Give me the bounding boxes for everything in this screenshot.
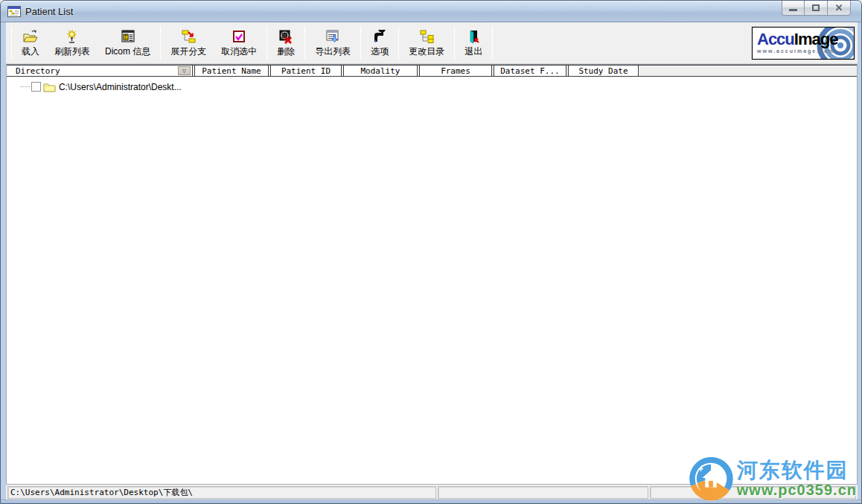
app-icon <box>7 6 21 17</box>
expand-branch-icon <box>180 28 197 45</box>
restore-icon <box>812 4 820 11</box>
export-list-icon <box>325 28 341 45</box>
delete-label: 删除 <box>277 45 295 58</box>
change-directory-label: 更改目录 <box>409 45 444 58</box>
minimize-icon <box>789 9 797 11</box>
statusbar: C:\Users\Administrator\Desktop\下载包\ <box>6 485 858 501</box>
column-label: Frames <box>441 66 470 76</box>
tree-row-label: C:\Users\Administrator\Deskt... <box>59 82 182 92</box>
uncheck-icon <box>231 28 247 45</box>
column-header-patient-name[interactable]: Patient Name <box>194 66 269 76</box>
column-label: Modality <box>361 66 400 76</box>
column-header-directory[interactable]: Directory ▽ <box>7 66 193 76</box>
close-button[interactable]: ✕ <box>828 1 851 16</box>
column-header-patient-id[interactable]: Patient ID <box>270 66 342 76</box>
options-icon <box>371 28 388 45</box>
refresh-icon <box>64 28 80 45</box>
column-header-dataset[interactable]: Dataset F... <box>494 66 566 76</box>
close-icon: ✕ <box>835 3 843 13</box>
patient-list-control: Directory ▽ Patient Name Patient ID Moda… <box>6 64 858 485</box>
dicom-info-button[interactable]: Dicom 信息 <box>98 25 158 62</box>
exit-icon <box>465 28 482 45</box>
uncheck-label: 取消选中 <box>221 45 257 58</box>
window-controls: ✕ <box>782 1 851 16</box>
statusbar-path-panel: C:\Users\Administrator\Desktop\下载包\ <box>7 486 436 499</box>
toolbar-separator <box>454 26 455 60</box>
acculmage-logo: AccuImage www.accuimage.com <box>752 27 855 60</box>
export-list-button[interactable]: 导出列表 <box>307 25 358 62</box>
load-label: 载入 <box>22 45 39 58</box>
brand-url: www.accuimage.com <box>757 48 837 54</box>
refresh-list-label: 刷新列表 <box>54 45 90 58</box>
column-header-frames[interactable]: Frames <box>419 66 492 76</box>
dicom-info-icon <box>120 28 136 45</box>
brand-name: AccuImage <box>757 31 837 48</box>
expand-branch-label: 展开分支 <box>170 45 206 58</box>
column-header-study-date[interactable]: Study Date <box>568 66 639 76</box>
uncheck-button[interactable]: 取消选中 <box>214 25 264 62</box>
exit-label: 退出 <box>464 45 482 58</box>
column-header-row: Directory ▽ Patient Name Patient ID Moda… <box>7 65 857 77</box>
options-button[interactable]: 选项 <box>363 25 396 62</box>
tree-row[interactable]: C:\Users\Administrator\Deskt... <box>7 80 857 93</box>
column-header-filler <box>640 66 857 76</box>
delete-button[interactable]: 删除 <box>269 25 302 62</box>
toolbar-separator <box>360 26 361 60</box>
options-label: 选项 <box>371 45 389 58</box>
column-label: Study Date <box>578 66 628 76</box>
directory-sort-button[interactable]: ▽ <box>178 66 191 75</box>
refresh-list-button[interactable]: 刷新列表 <box>47 25 98 62</box>
expand-branch-button[interactable]: 展开分支 <box>163 25 214 62</box>
open-folder-icon <box>22 28 39 45</box>
tree-branch-line <box>20 86 30 87</box>
toolbar-separator <box>492 26 493 60</box>
restore-button[interactable] <box>805 1 828 16</box>
toolbar-separator <box>398 26 399 60</box>
statusbar-panel <box>650 486 856 499</box>
window-title: Patient List <box>25 6 73 17</box>
tree-row-checkbox[interactable] <box>31 82 41 92</box>
column-label: Dataset F... <box>500 66 559 76</box>
titlebar: Patient List ✕ <box>1 1 861 22</box>
export-list-label: 导出列表 <box>315 45 351 58</box>
toolbar-separator <box>266 26 267 60</box>
brand-text: AccuImage www.accuimage.com <box>757 31 837 54</box>
patient-tree: C:\Users\Administrator\Deskt... <box>7 77 857 484</box>
column-header-modality[interactable]: Modality <box>343 66 418 76</box>
column-label: Patient ID <box>281 66 331 76</box>
change-directory-button[interactable]: 更改目录 <box>401 25 452 62</box>
minimize-button[interactable] <box>782 1 805 16</box>
column-label: Directory <box>16 66 60 76</box>
toolbar-separator <box>160 26 161 60</box>
folder-icon <box>43 82 56 92</box>
exit-button[interactable]: 退出 <box>457 25 490 62</box>
change-directory-icon <box>418 28 435 45</box>
patient-list-window: Patient List ✕ 载入 刷新列表 <box>0 0 862 504</box>
toolbar-separator <box>304 26 305 60</box>
column-label: Patient Name <box>202 66 261 76</box>
toolbar-separator <box>11 26 12 60</box>
dicom-info-label: Dicom 信息 <box>105 45 150 58</box>
delete-icon <box>278 28 294 45</box>
statusbar-panel <box>438 486 648 499</box>
load-button[interactable]: 载入 <box>14 25 47 62</box>
client-area: 载入 刷新列表 Dicom 信息 展开分支 <box>6 22 858 501</box>
toolbar: 载入 刷新列表 Dicom 信息 展开分支 <box>6 22 858 64</box>
window-bottom-border <box>1 500 861 503</box>
